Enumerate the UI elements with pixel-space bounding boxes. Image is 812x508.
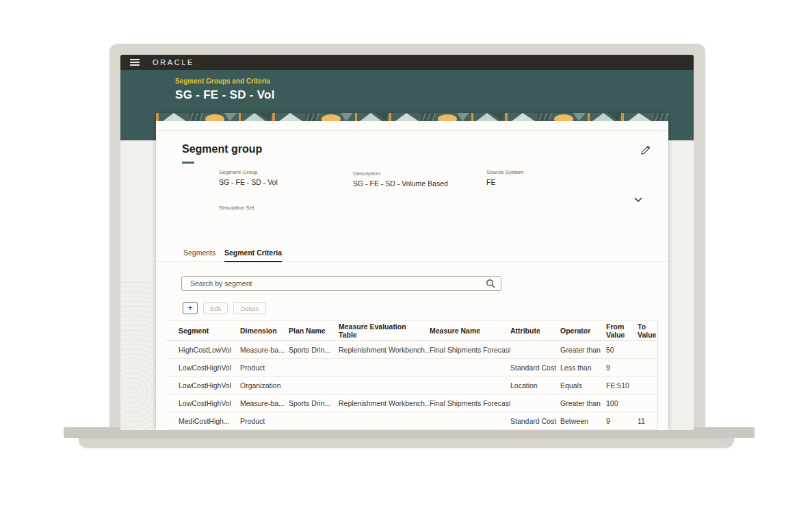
field-value: FE — [486, 178, 523, 186]
table-cell: Final Shipments Forecast — [430, 399, 510, 407]
laptop-base-foot — [79, 438, 734, 448]
table-cell: 11 — [638, 417, 657, 425]
table-cell: 9 — [606, 364, 638, 372]
field-label: Segment Group — [219, 169, 278, 175]
card-divider — [156, 130, 668, 131]
add-criteria-button[interactable]: + — [183, 302, 198, 314]
collapse-section-button[interactable] — [633, 194, 646, 204]
table-cell: LowCostHighVol — [179, 364, 240, 372]
table-cell: Location — [510, 381, 560, 390]
search-input[interactable] — [181, 276, 501, 291]
table-body: HighCostLowVolMeasure-ba...Sports Drin..… — [166, 341, 657, 430]
table-toolbar: + Edit Delete — [183, 302, 266, 314]
search-bar — [181, 276, 501, 291]
page: ORACLE Segment Groups and Criteria SG - … — [0, 0, 812, 508]
field-label: Simulation Set — [219, 205, 254, 211]
edit-button[interactable]: Edit — [203, 302, 228, 314]
delete-button[interactable]: Delete — [233, 302, 265, 314]
table-cell: Less than — [560, 364, 606, 372]
column-header: To Value — [638, 322, 660, 339]
decorative-banner — [156, 113, 668, 121]
table-cell: Equals — [560, 381, 606, 390]
app-topbar: ORACLE — [120, 55, 694, 70]
table-cell: FE:510 — [606, 381, 638, 390]
field-value: SG - FE - SD - Volume Based — [353, 179, 448, 188]
criteria-table: SegmentDimensionPlan NameMeasure Evaluat… — [166, 320, 658, 430]
column-header: Operator — [560, 327, 606, 335]
table-cell: 50 — [606, 346, 638, 354]
field-label: Description — [353, 170, 448, 177]
table-cell: Standard Cost — [510, 417, 560, 425]
tab-segment-criteria[interactable]: Segment Criteria — [224, 249, 282, 262]
search-icon[interactable] — [486, 279, 495, 288]
tab-segments[interactable]: Segments — [183, 249, 215, 261]
column-header: Measure Name — [430, 327, 510, 335]
table-cell: 100 — [606, 399, 638, 407]
table-cell: Sports Drin... — [289, 346, 339, 354]
table-cell: Greater than — [560, 346, 606, 354]
table-cell: Between — [560, 417, 606, 425]
table-cell: MediCostHigh... — [179, 417, 240, 425]
table-cell: Final Shipments Forecast — [430, 346, 510, 354]
table-cell: Product — [240, 417, 289, 425]
table-cell: LowCostHighVol — [179, 399, 240, 407]
field-label: Source System — [486, 169, 523, 175]
field-source-system: Source System FE — [486, 169, 523, 186]
field-value: SG - FE - SD - Vol — [219, 178, 278, 186]
table-row[interactable]: LowCostHighVolMeasure-ba...Sports Drin..… — [166, 394, 657, 412]
field-description: Description SG - FE - SD - Volume Based — [353, 170, 448, 188]
table-row[interactable]: MediCostHigh...ProductStandard CostBetwe… — [166, 412, 657, 430]
decorative-swirl — [120, 281, 156, 430]
table-row[interactable]: HighCostLowVolMeasure-ba...Sports Drin..… — [166, 341, 657, 359]
column-header: Dimension — [240, 327, 289, 335]
table-header-row: SegmentDimensionPlan NameMeasure Evaluat… — [166, 320, 657, 341]
table-cell: Replenishment Workbench... — [339, 346, 430, 354]
oracle-logo: ORACLE — [153, 58, 194, 66]
table-cell: Measure-ba... — [240, 399, 289, 407]
field-segment-group: Segment Group SG - FE - SD - Vol — [219, 169, 278, 186]
segment-group-card: Segment group Segment Group SG - FE - SD… — [156, 113, 668, 430]
table-cell: LowCostHighVol — [179, 381, 240, 390]
section-accent-bar — [182, 162, 194, 164]
table-cell: HighCostLowVol — [179, 346, 240, 354]
page-title: SG - FE - SD - Vol — [175, 88, 275, 102]
breadcrumb[interactable]: Segment Groups and Criteria — [175, 77, 270, 85]
field-simulation-set: Simulation Set — [219, 205, 254, 214]
table-cell: Measure-ba... — [240, 346, 289, 354]
table-cell: Standard Cost — [510, 364, 560, 372]
table-cell: Sports Drin... — [289, 399, 339, 407]
table-cell: 9 — [606, 417, 638, 425]
tab-bar: Segments Segment Criteria — [156, 246, 668, 262]
menu-icon[interactable] — [130, 59, 140, 66]
pencil-icon — [640, 144, 651, 155]
table-row[interactable]: LowCostHighVolOrganizationLocationEquals… — [166, 377, 657, 394]
chevron-down-icon — [633, 196, 643, 203]
table-row[interactable]: LowCostHighVolProductStandard CostLess t… — [166, 359, 657, 377]
table-cell: Greater than — [560, 399, 606, 407]
edit-pencil-button[interactable] — [640, 144, 653, 156]
table-cell: Organization — [240, 381, 289, 390]
column-header: Plan Name — [289, 327, 339, 335]
screen: ORACLE Segment Groups and Criteria SG - … — [120, 55, 694, 430]
section-title: Segment group — [182, 143, 262, 155]
column-header: Measure Evaluation Table — [339, 322, 430, 339]
table-cell: Product — [240, 364, 289, 372]
column-header: Attribute — [510, 327, 560, 335]
column-header: From Value — [606, 322, 638, 339]
table-cell: Replenishment Workbench... — [339, 399, 430, 407]
column-header: Segment — [179, 327, 240, 335]
